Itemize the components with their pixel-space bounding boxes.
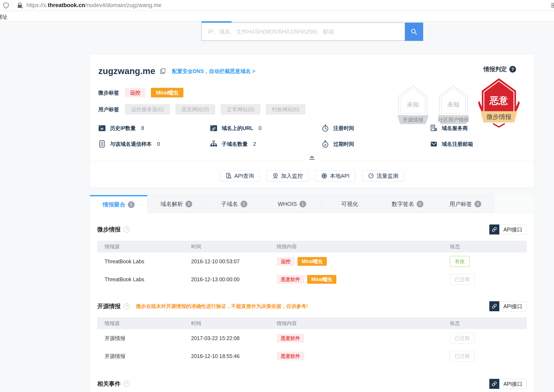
- intel-time: 2016-12-10 18:55:46: [191, 353, 277, 359]
- threatbook-tags: 远控Mirai蠕虫: [125, 88, 183, 98]
- collapse-icon: [309, 155, 315, 158]
- stat-value: 0: [157, 141, 160, 147]
- verdict-title: 情报判定: [484, 65, 507, 73]
- api-button[interactable]: API接口: [489, 301, 527, 311]
- intel-tag: Mirai蠕虫: [307, 275, 336, 284]
- svg-text:未知: 未知: [447, 101, 459, 108]
- help-icon[interactable]: ?: [124, 381, 130, 387]
- table-row: ThreatBook Labs2016-12-10 00:53:07远控Mira…: [97, 252, 527, 270]
- intel-tag: 恶意软件: [277, 352, 304, 360]
- tab-域名解析[interactable]: 域名解析5: [147, 195, 205, 213]
- section-header: 开源情报 ? 微步在线未对开源情报的准确性进行验证，不能直接作为决策依据，仅供参…: [97, 301, 527, 312]
- column-header: 情报内容: [277, 320, 450, 327]
- browser-address-bar[interactable]: https://x.threatbook.cn/nodev4/domain/zu…: [0, 0, 554, 11]
- section-header: 相关事件 ? API接口: [97, 378, 527, 390]
- intel-source: 开源情报: [105, 335, 191, 342]
- svg-text:恶意: 恶意: [489, 95, 508, 105]
- column-header: 情报源: [105, 243, 191, 250]
- column-header: 情报内容: [277, 243, 450, 250]
- help-icon[interactable]: ?: [509, 66, 516, 73]
- column-header: 时间: [191, 243, 277, 250]
- stat-label: 域名注册邮箱: [442, 141, 473, 147]
- link-icon: [489, 379, 499, 389]
- intel-content-card: 微步情报 ? API接口 情报源时间情报内容状态ThreatBook Labs2…: [90, 213, 534, 392]
- table-header: 情报源时间情报内容状态: [97, 317, 527, 329]
- table-header: 情报源时间情报内容状态: [97, 241, 527, 252]
- column-header: 状态: [450, 320, 527, 327]
- user-tag-button[interactable]: 钓鱼网站(0): [266, 104, 306, 114]
- intel-tags: 恶意软件Mirai蠕虫: [277, 275, 450, 284]
- section-title: 相关事件: [97, 380, 121, 388]
- tab-可视化[interactable]: 可视化: [321, 195, 379, 213]
- tab-数字签名[interactable]: 数字签名0: [379, 195, 436, 213]
- copy-icon[interactable]: [160, 68, 166, 74]
- action-button[interactable]: API查询: [220, 170, 259, 181]
- page-top-strip: 网址: [0, 11, 554, 21]
- intel-tags: 恶意软件: [277, 334, 450, 343]
- page-title: zugzwang.me: [98, 66, 155, 76]
- verdict-badge-开源情报: 未知 开源情报: [397, 84, 429, 126]
- tab-用户标签[interactable]: 用户标签0: [436, 195, 494, 213]
- threat-tag: Mirai蠕虫: [151, 88, 183, 98]
- verdict-badge-threatbook: 微步情报 恶意: [478, 77, 520, 129]
- chip-icon: [321, 173, 327, 179]
- intel-tag: Mirai蠕虫: [298, 257, 327, 266]
- user-tag-button[interactable]: 恶意网站(0): [175, 104, 215, 114]
- column-header: 时间: [191, 320, 277, 327]
- search-input[interactable]: [201, 22, 405, 41]
- url-field[interactable]: https://x.threatbook.cn/nodev4/domain/zu…: [12, 2, 161, 9]
- subdomain-tree-icon: [210, 140, 218, 148]
- tab-WHOIS[interactable]: WHOIS1: [263, 195, 321, 213]
- tab-子域名[interactable]: 子域名2: [205, 195, 263, 213]
- stat-item: 与该域名通信样本0: [98, 139, 210, 149]
- svg-text:IP: IP: [101, 127, 104, 131]
- page-background: zugzwang.me 配置安全DNS，自动拦截恶意域名 > 微步标签 远控Mi…: [0, 21, 554, 392]
- link-icon: [489, 301, 499, 311]
- api-button[interactable]: API接口: [489, 379, 527, 389]
- help-icon[interactable]: ?: [124, 226, 130, 233]
- tab-count-badge: 0: [417, 201, 423, 207]
- threat-tag: 远控: [125, 88, 145, 98]
- api-button[interactable]: API接口: [489, 224, 527, 234]
- stat-item: IP历史IP数量8: [98, 123, 210, 133]
- accuracy-warning: 微步在线未对开源情报的准确性进行验证，不能直接作为决策依据，仅供参考!: [136, 303, 308, 310]
- stat-item: 域名上的URL0: [210, 123, 322, 133]
- action-button[interactable]: 流量监测: [362, 170, 404, 181]
- ip-window-icon: IP: [98, 124, 106, 132]
- intel-tags: 恶意软件: [277, 352, 450, 360]
- stat-label: 注册时间: [333, 125, 354, 132]
- mail-icon: [430, 140, 438, 148]
- dns-config-link[interactable]: 配置安全DNS，自动拦截恶意域名 >: [172, 68, 255, 75]
- intel-source: 开源情报: [105, 353, 191, 360]
- stat-value: 0: [259, 125, 261, 131]
- svg-text:未知: 未知: [407, 101, 419, 108]
- verdict-header: 情报判定 ?: [484, 65, 516, 73]
- threatbook-tags-label: 微步标签: [98, 89, 119, 96]
- section-title: 开源情报: [97, 302, 121, 310]
- collapse-button[interactable]: [304, 153, 320, 161]
- extension-icon[interactable]: [551, 2, 554, 9]
- tab-情报聚合[interactable]: 情报聚合5: [90, 195, 147, 213]
- clock-icon: [322, 124, 330, 132]
- help-icon[interactable]: ?: [124, 303, 130, 309]
- stat-item: 0过期时间: [322, 139, 430, 149]
- user-tag-button[interactable]: 远控服务器(0): [125, 104, 170, 114]
- action-button[interactable]: 本地API: [316, 170, 355, 181]
- threatbook-tags-row: 微步标签 远控Mirai蠕虫: [98, 88, 183, 98]
- stat-label: 历史IP数量: [110, 125, 136, 132]
- column-header: 状态: [450, 243, 527, 250]
- user-tag-button[interactable]: 正常网站(0): [221, 104, 260, 114]
- action-button[interactable]: 加入监控: [267, 170, 309, 181]
- intel-tag: 恶意软件: [277, 275, 304, 284]
- status-badge: 已过期: [450, 333, 475, 343]
- api-button-label: API接口: [499, 301, 527, 311]
- tracking-protection-shield-icon[interactable]: [0, 2, 12, 8]
- gauge-icon: [368, 173, 374, 179]
- search-icon: [410, 28, 418, 36]
- stopwatch-icon: 0: [322, 140, 330, 148]
- table-row: ThreatBook Labs2016-12-13 00:00:00恶意软件Mi…: [97, 270, 527, 288]
- user-tags-row: 用户标签 远控服务器(0)恶意网站(0)正常网站(0)钓鱼网站(0): [98, 104, 305, 114]
- intel-time: 2016-12-13 00:00:00: [191, 276, 277, 282]
- stat-item: 子域名数量2: [210, 139, 322, 149]
- search-button[interactable]: [405, 22, 423, 41]
